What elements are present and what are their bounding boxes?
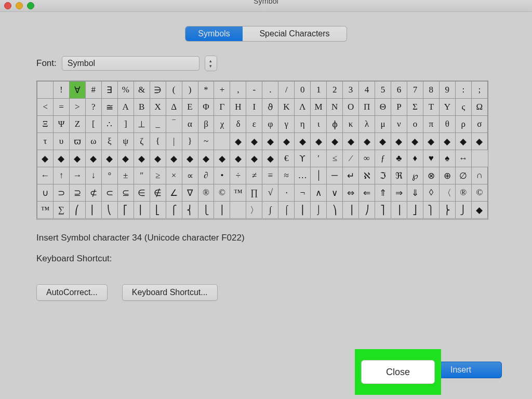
char-cell[interactable]: ◆ (471, 133, 487, 150)
char-cell[interactable]: ≡ (262, 167, 278, 184)
char-cell[interactable]: ─ (327, 167, 343, 184)
char-cell[interactable]: # (85, 82, 101, 99)
char-cell[interactable]: ϒ (295, 150, 311, 167)
char-cell[interactable]: Β (134, 99, 150, 116)
char-cell[interactable]: Μ (311, 99, 327, 116)
char-cell[interactable]: ◆ (246, 133, 262, 150)
char-cell[interactable]: 〉 (246, 202, 262, 219)
char-cell[interactable]: & (134, 82, 150, 99)
char-cell[interactable]: 1 (311, 82, 327, 99)
char-cell[interactable]: ≥ (150, 167, 166, 184)
char-cell[interactable]: Ω (471, 99, 487, 116)
char-cell[interactable]: 7 (407, 82, 423, 99)
char-cell[interactable]: ) (182, 82, 198, 99)
char-cell[interactable]: ◆ (343, 133, 359, 150)
char-cell[interactable]: = (53, 99, 69, 116)
char-cell[interactable]: ⎡ (117, 202, 134, 219)
char-cell[interactable]: ∫ (262, 202, 278, 219)
char-cell[interactable]: Ε (182, 99, 198, 116)
char-cell[interactable]: ≈ (278, 167, 295, 184)
char-cell[interactable]: ∧ (311, 184, 327, 202)
character-grid[interactable]: !∀#∃%&∋()*+,-./0123456789:;<=>?≅ΑΒΧΔΕΦΓΗ… (36, 81, 488, 220)
char-cell[interactable]: ♦ (407, 150, 423, 167)
char-cell[interactable]: ◊ (423, 184, 439, 202)
char-cell[interactable]: ◆ (246, 150, 262, 167)
char-cell[interactable]: { (150, 133, 166, 150)
char-cell[interactable]: ± (117, 167, 134, 184)
char-cell[interactable]: ⎮ (295, 202, 311, 219)
char-cell[interactable]: ™ (37, 202, 54, 219)
char-cell[interactable]: 2 (327, 82, 343, 99)
char-cell[interactable]: © (471, 184, 487, 202)
char-cell[interactable]: ↓ (85, 167, 101, 184)
char-cell[interactable]: 5 (375, 82, 391, 99)
char-cell[interactable]: Π (359, 99, 375, 116)
char-cell[interactable]: ◆ (53, 150, 69, 167)
char-cell[interactable]: < (37, 99, 54, 116)
char-cell[interactable]: Φ (198, 99, 214, 116)
char-cell[interactable]: ρ (455, 116, 471, 133)
char-cell[interactable]: ⎪ (214, 202, 230, 219)
char-cell[interactable]: ◆ (166, 150, 182, 167)
char-cell[interactable]: ⎝ (101, 202, 117, 219)
char-cell[interactable]: ⎛ (69, 202, 85, 219)
char-cell[interactable]: ⎬ (439, 202, 455, 219)
char-cell[interactable]: ν (391, 116, 407, 133)
char-cell[interactable]: χ (214, 116, 230, 133)
char-cell[interactable] (37, 82, 54, 99)
char-cell[interactable]: ∴ (101, 116, 117, 133)
char-cell[interactable]: ® (198, 184, 214, 202)
char-cell[interactable]: ◆ (375, 133, 391, 150)
font-stepper[interactable]: ▴ ▾ (205, 56, 217, 71)
char-cell[interactable]: ? (85, 99, 101, 116)
char-cell[interactable]: + (214, 82, 230, 99)
char-cell[interactable]: η (295, 116, 311, 133)
char-cell[interactable]: } (182, 133, 198, 150)
char-cell[interactable]: ™ (230, 184, 246, 202)
char-cell[interactable]: ◆ (117, 150, 134, 167)
char-cell[interactable]: ι (311, 116, 327, 133)
char-cell[interactable]: | (166, 133, 182, 150)
char-cell[interactable]: ◆ (278, 133, 295, 150)
char-cell[interactable]: % (117, 82, 134, 99)
char-cell[interactable]: ◆ (262, 133, 278, 150)
char-cell[interactable]: Ζ (69, 116, 85, 133)
char-cell[interactable]: ⊃ (53, 184, 69, 202)
char-cell[interactable]: ◆ (423, 133, 439, 150)
char-cell[interactable]: ∠ (166, 184, 182, 202)
char-cell[interactable]: ∉ (150, 184, 166, 202)
char-cell[interactable]: ◆ (230, 150, 246, 167)
char-cell[interactable]: Ξ (37, 116, 54, 133)
char-cell[interactable]: ψ (117, 133, 134, 150)
char-cell[interactable]: ¬ (295, 184, 311, 202)
char-cell[interactable]: ⎭ (455, 202, 471, 219)
char-cell[interactable]: 8 (423, 82, 439, 99)
char-cell[interactable]: ← (37, 167, 54, 184)
char-cell[interactable]: 〈 (439, 184, 455, 202)
char-cell[interactable]: ◆ (134, 150, 150, 167)
char-cell[interactable]: ⊕ (439, 167, 455, 184)
char-cell[interactable]: > (69, 99, 85, 116)
char-cell[interactable]: : (455, 82, 471, 99)
char-cell[interactable]: Η (230, 99, 246, 116)
char-cell[interactable]: Γ (214, 99, 230, 116)
char-cell[interactable]: . (262, 82, 278, 99)
char-cell[interactable]: ◆ (69, 150, 85, 167)
tab-symbols[interactable]: Symbols (185, 26, 243, 41)
char-cell[interactable] (230, 202, 246, 219)
char-cell[interactable]: ω (85, 133, 101, 150)
char-cell[interactable]: Κ (278, 99, 295, 116)
char-cell[interactable]: Χ (150, 99, 166, 116)
char-cell[interactable]: ◆ (295, 133, 311, 150)
char-cell[interactable]: Ι (246, 99, 262, 116)
char-cell[interactable]: ⎫ (423, 202, 439, 219)
char-cell[interactable]: λ (359, 116, 375, 133)
char-cell[interactable]: ! (53, 82, 69, 99)
char-cell[interactable]: ≅ (101, 99, 117, 116)
char-cell[interactable]: ◆ (85, 150, 101, 167)
keyboard-shortcut-button[interactable]: Keyboard Shortcut... (122, 284, 218, 301)
char-cell[interactable]: ′ (311, 150, 327, 167)
char-cell[interactable]: ~ (198, 133, 214, 150)
char-cell[interactable]: ⊄ (85, 184, 101, 202)
char-cell[interactable]: ◆ (327, 133, 343, 150)
